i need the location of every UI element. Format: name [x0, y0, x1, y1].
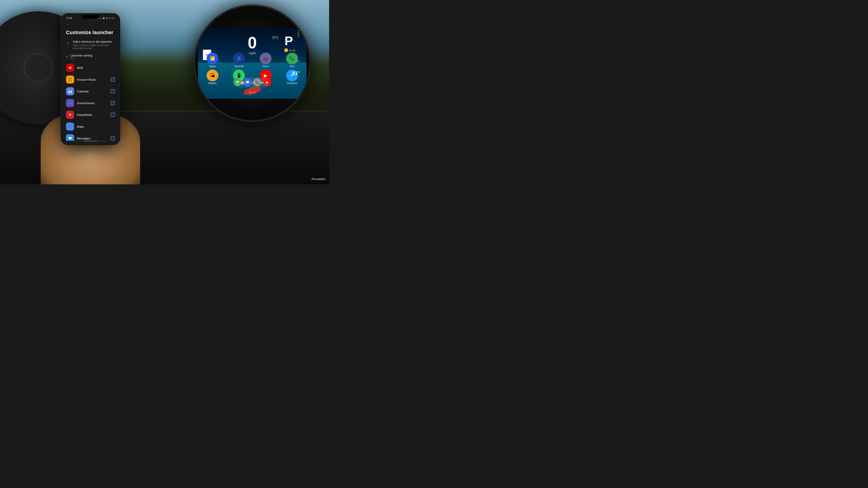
wireless-charging-indicator: ((P))	[272, 36, 278, 39]
cabin-temp-value: 74 °F	[249, 91, 256, 94]
app-name-calendar: Calendar	[77, 90, 108, 93]
wireless-charging-symbol: ((P))	[272, 36, 278, 39]
fuel-label: FUEL	[297, 30, 300, 38]
app-name-messages: Messages	[77, 137, 108, 140]
status-bars: |||	[109, 17, 110, 19]
list-item[interactable]: ♥ iHeartRadio ✓	[62, 109, 119, 121]
add-icon: ＋	[66, 40, 70, 46]
app-icon-messages: 💬	[66, 134, 74, 141]
app-name-iheartradio: iHeartRadio	[77, 113, 108, 117]
app-icon-mini: M	[66, 64, 74, 72]
phone-top-bar: ←	[62, 20, 119, 29]
cluster-status-area: 🚗 👤	[284, 10, 303, 18]
sort-value: A-Z	[70, 57, 92, 60]
app-icon-iheartradio: ♥	[66, 111, 74, 119]
status-bluetooth: 🔷	[106, 17, 108, 19]
sort-label: Launcher sorting	[70, 54, 92, 57]
app-checkbox-calendar[interactable]: ✓	[111, 89, 115, 93]
siriusxm-label: SiriusXM	[235, 65, 243, 68]
nav-home[interactable]: 🏠	[239, 79, 246, 86]
app-name-mini: MINI	[77, 66, 115, 70]
list-item[interactable]: 💬 Messages ✓	[62, 132, 119, 141]
list-item[interactable]: 📍 Maps	[62, 121, 119, 132]
signal-app-icon: 📶	[207, 53, 218, 64]
signal-label: Signal	[209, 65, 216, 68]
app-icon-amazon: 🎵	[66, 75, 74, 84]
lte-indicator: LTE	[296, 60, 300, 63]
nav-recent[interactable]: ↩	[258, 79, 266, 86]
add-shortcut-row[interactable]: ＋ Add a shortcut to the launcher Call a …	[62, 38, 119, 52]
tachometer-arc	[287, 75, 309, 120]
teams-app-icon: 💼	[260, 53, 272, 64]
app-checkbox-amazon[interactable]: ✓	[111, 77, 115, 82]
list-item[interactable]: 📅 Calendar ✓	[62, 86, 119, 97]
phone-notch	[81, 15, 99, 19]
range-icon: 😊	[284, 48, 288, 52]
app-icon-calendar: 📅	[66, 87, 74, 95]
app-icon-maps: 📍	[66, 123, 74, 131]
range-indicator: 😊 8 mi	[284, 48, 295, 53]
voice-app-icon: 📞	[286, 53, 298, 64]
fuel-indicator: FUEL	[297, 30, 300, 38]
lte-label: LTE	[296, 60, 300, 63]
app-icon-gamesnacks: 🎮	[66, 99, 74, 107]
app-list: M MINI 🎵 Amazon Music ✓ 📅 Calendar ✓ 🎮 G…	[62, 62, 119, 141]
app-name-gamesnacks: GameSnacks	[77, 101, 108, 105]
teams-label: Teams	[262, 65, 269, 68]
app-checkbox-gamesnacks[interactable]: ✓	[111, 101, 115, 105]
voice-label: Voice	[289, 65, 295, 68]
car-alert-icon: 🚗	[284, 10, 292, 18]
gear-indicator: P	[285, 33, 293, 48]
dashboard-cluster: LIMIT 0 mph ((P)) P 😊 8 mi FUEL 📶 Signal	[193, 4, 311, 122]
phone-screen: 13:08 ▲ ▲ 🔔 🔷 ||| 68% ← Customize launch…	[62, 15, 119, 143]
list-item[interactable]: 🎮 GameSnacks ✓	[62, 97, 119, 109]
speed-number: 0	[248, 35, 257, 51]
list-item[interactable]: 🎵 Amazon Music ✓	[62, 74, 119, 86]
status-battery: 68%	[111, 17, 115, 19]
phone-device: 13:08 ▲ ▲ 🔔 🔷 ||| 68% ← Customize launch…	[61, 13, 120, 144]
watermark: Pocketlint	[311, 177, 326, 181]
app-grid-row1: 📶 Signal S SiriusXM 💼 Teams 📞 Voice	[199, 53, 305, 68]
speed-display: 0 mph	[248, 35, 257, 55]
dash-nav-bar: 🏠 ◁ ↩	[235, 77, 270, 88]
range-value: 8 mi	[289, 48, 295, 52]
app-name-maps: Maps	[77, 125, 115, 128]
back-button[interactable]: ←	[66, 22, 70, 27]
app-name-amazon: Amazon Music	[77, 78, 108, 81]
sort-icon: ≡	[66, 55, 68, 59]
siriusxm-app-icon: S	[233, 53, 245, 64]
list-item[interactable]: M MINI	[62, 62, 119, 74]
app-siriusxm[interactable]: S SiriusXM	[231, 53, 247, 68]
launcher-sorting-row[interactable]: ≡ Launcher sorting A-Z	[62, 52, 119, 62]
scroll-indicator	[74, 141, 107, 141]
add-shortcut-subtitle: Call a contact or trigger an Assistant a…	[73, 44, 115, 50]
cabin-temp: 74 °F	[249, 91, 256, 94]
app-teams[interactable]: 💼 Teams	[257, 53, 274, 68]
add-shortcut-title: Add a shortcut to the launcher	[73, 40, 115, 43]
status-wifi: 🔔	[103, 17, 105, 19]
app-checkbox-iheartradio[interactable]: ✓	[111, 113, 115, 117]
app-signal[interactable]: 📶 Signal	[204, 53, 221, 68]
status-time: 13:08	[66, 17, 72, 20]
profile-icon: 👤	[294, 10, 303, 18]
nav-back[interactable]: ◁	[249, 79, 256, 86]
app-checkbox-messages[interactable]: ✓	[111, 136, 115, 140]
customize-header: Customize launcher	[62, 29, 119, 38]
